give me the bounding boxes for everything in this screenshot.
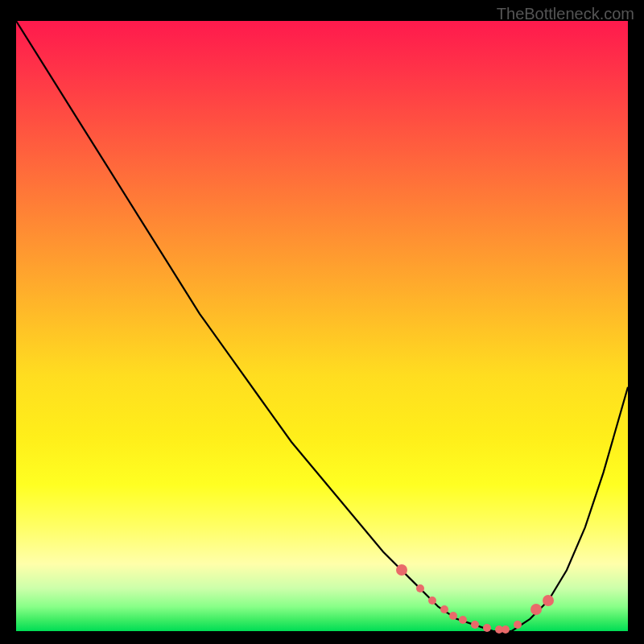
data-marker <box>428 597 436 605</box>
data-marker <box>514 621 522 629</box>
data-marker <box>459 616 467 624</box>
data-marker <box>416 584 424 592</box>
data-marker <box>440 605 448 613</box>
data-marker <box>396 564 407 576</box>
data-marker <box>502 625 510 634</box>
data-marker <box>483 624 491 632</box>
bottleneck-curve <box>16 21 628 631</box>
data-marker <box>449 612 457 620</box>
watermark-text: TheBottleneck.com <box>497 5 634 23</box>
data-marker <box>471 621 479 629</box>
data-marker <box>530 604 542 615</box>
data-marker <box>543 595 554 606</box>
chart-plot-area <box>16 21 628 631</box>
